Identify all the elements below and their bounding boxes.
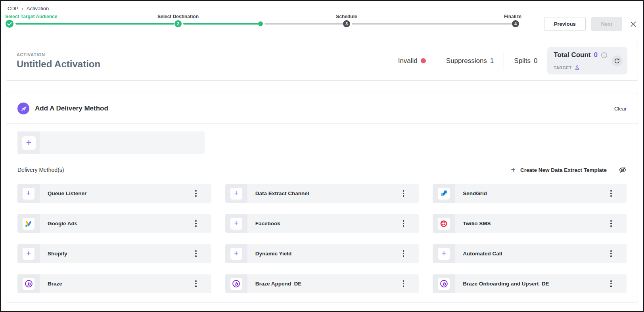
delivery-method-name: Shopify: [48, 251, 67, 257]
kebab-menu-icon[interactable]: [609, 279, 613, 289]
delivery-title: Add A Delivery Method: [35, 105, 108, 112]
kebab-menu-icon[interactable]: [401, 219, 406, 228]
divider: [436, 52, 436, 70]
step-label-select-destination[interactable]: Select Destination: [157, 14, 199, 19]
plus-icon: +: [22, 136, 36, 150]
kebab-menu-icon[interactable]: [194, 249, 198, 259]
kebab-menu-icon[interactable]: [609, 219, 613, 228]
step-line-3: [264, 23, 343, 25]
delivery-method-tile[interactable]: + Shopify: [17, 244, 211, 263]
step-circle-select-destination[interactable]: 2: [174, 20, 182, 27]
target-label: TARGET: [554, 65, 571, 70]
tile-icon-zone: b: [433, 274, 455, 293]
delivery-method-tile[interactable]: + Queue Listener: [17, 184, 211, 203]
kebab-menu-icon[interactable]: [401, 188, 406, 198]
info-icon[interactable]: [601, 52, 608, 59]
activation-eyebrow: ACTIVATION: [17, 52, 398, 57]
google-ads-logo: [23, 218, 34, 230]
tile-icon-zone: b: [225, 274, 247, 293]
splits-stat[interactable]: Splits 0: [514, 57, 537, 65]
tile-icon-zone: +: [433, 244, 455, 263]
page-title: Untitled Activation: [17, 59, 398, 70]
plus-icon: +: [438, 248, 450, 260]
stepper-actions: Previous Next: [540, 17, 637, 31]
close-icon[interactable]: [629, 20, 637, 28]
delivery-method-tile[interactable]: b Braze: [17, 274, 211, 293]
step-label-select-target-audience[interactable]: Select Target Audience: [5, 14, 57, 19]
delivery-method-name: Dynamic Yield: [255, 251, 292, 257]
activation-summary-card: ACTIVATION Untitled Activation Invalid S…: [6, 41, 638, 81]
rocket-icon: [17, 103, 29, 114]
braze-logo: b: [230, 278, 242, 290]
delivery-method-tile[interactable]: b Braze Onboarding and Upsert_DE: [433, 274, 627, 293]
delivery-method-tile[interactable]: b Braze Append_DE: [225, 274, 419, 293]
delivery-method-tile[interactable]: Google Ads: [17, 214, 211, 233]
svg-text:b: b: [27, 281, 31, 287]
step-line-1: [15, 23, 174, 25]
delivery-method-name: Google Ads: [48, 221, 77, 226]
delivery-methods-grid: + Queue Listener + Data Extract Channel …: [17, 184, 627, 293]
eye-off-icon[interactable]: [619, 166, 627, 174]
kebab-menu-icon[interactable]: [609, 188, 613, 198]
next-button[interactable]: Next: [591, 17, 622, 31]
suppressions-value: 1: [490, 57, 494, 65]
delivery-method-tile[interactable]: + Data Extract Channel: [225, 184, 419, 203]
step-line-4: [352, 23, 512, 25]
divider: [504, 52, 504, 70]
total-count-box: Total Count 0 TARGET --: [547, 47, 627, 74]
step-number: 2: [177, 21, 179, 26]
tile-icon-zone: +: [225, 214, 247, 233]
stepper-progress-dot[interactable]: [258, 21, 263, 26]
braze-logo: b: [438, 278, 450, 290]
activation-header: ACTIVATION Untitled Activation: [17, 52, 398, 70]
tile-icon-zone: +: [17, 244, 40, 263]
add-delivery-method-slot[interactable]: +: [17, 131, 205, 154]
step-label-finalize[interactable]: Finalize: [504, 14, 521, 19]
tile-icon-zone: +: [17, 184, 40, 203]
breadcrumb-separator: ›: [21, 6, 23, 11]
delivery-method-tile[interactable]: + Dynamic Yield: [225, 244, 419, 263]
refresh-icon[interactable]: [611, 55, 623, 67]
delivery-method-name: Facebook: [255, 221, 280, 226]
delivery-method-name: SendGrid: [463, 190, 487, 196]
delivery-method-name: Braze Onboarding and Upsert_DE: [463, 281, 549, 287]
status-label: Invalid: [398, 57, 418, 65]
tile-icon-zone: +: [225, 244, 247, 263]
kebab-menu-icon[interactable]: [194, 279, 198, 289]
total-count-label: Total Count: [554, 51, 590, 59]
kebab-menu-icon[interactable]: [401, 249, 406, 259]
tile-icon-zone: [433, 214, 455, 233]
step-circle-finalize[interactable]: 4: [512, 20, 519, 27]
plus-icon: +: [23, 188, 34, 200]
previous-button[interactable]: Previous: [544, 17, 586, 31]
svg-text:b: b: [235, 281, 238, 287]
plus-icon: +: [230, 218, 242, 230]
step-number: 3: [345, 21, 348, 26]
braze-logo: b: [23, 278, 34, 290]
kebab-menu-icon[interactable]: [194, 219, 198, 228]
kebab-menu-icon[interactable]: [194, 188, 198, 198]
delivery-method-name: Braze Append_DE: [255, 281, 302, 287]
delivery-method-tile[interactable]: SendGrid: [433, 184, 627, 203]
step-number: 4: [514, 21, 517, 26]
suppressions-stat[interactable]: Suppressions 1: [446, 57, 494, 65]
delivery-method-tile[interactable]: Twilio SMS: [433, 214, 627, 233]
delivery-method-tile[interactable]: + Automated Call: [433, 244, 627, 263]
step-complete-check-icon[interactable]: [5, 19, 14, 28]
step-label-schedule[interactable]: Schedule: [336, 14, 357, 19]
step-circle-schedule[interactable]: 3: [343, 20, 350, 27]
splits-value: 0: [534, 57, 537, 65]
breadcrumb-root[interactable]: CDP: [8, 6, 18, 11]
divider: [6, 123, 638, 124]
delivery-method-name: Data Extract Channel: [255, 190, 309, 196]
plus-icon: +: [23, 248, 34, 260]
tile-icon-zone: [17, 214, 40, 233]
kebab-menu-icon[interactable]: [401, 279, 406, 289]
delivery-method-tile[interactable]: + Facebook: [225, 214, 419, 233]
kebab-menu-icon[interactable]: [609, 249, 613, 259]
sendgrid-logo: [438, 188, 450, 200]
create-data-extract-template-button[interactable]: + Create New Data Extract Template: [511, 166, 607, 174]
clear-button[interactable]: Clear: [614, 106, 627, 112]
activation-page: CDP › Activation Select Target Audience …: [0, 0, 644, 312]
target-value: --: [583, 65, 586, 70]
